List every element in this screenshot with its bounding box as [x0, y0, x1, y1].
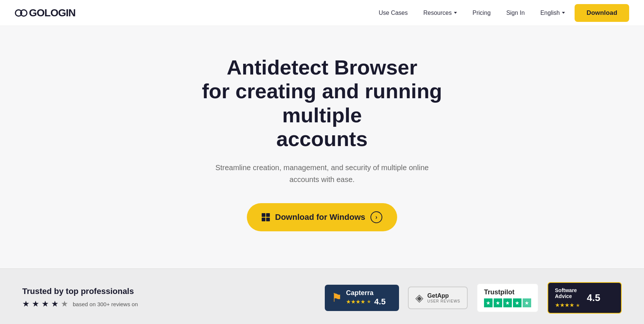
- nav-use-cases[interactable]: Use Cases: [373, 7, 413, 19]
- logo-text: GOLOGIN: [29, 7, 75, 19]
- nav-pricing[interactable]: Pricing: [467, 7, 497, 19]
- sa-name: SoftwareAdvice: [555, 287, 580, 300]
- nav-sign-in[interactable]: Sign In: [500, 7, 531, 19]
- capterra-flag-icon: ⚑: [331, 291, 342, 305]
- capterra-badge[interactable]: ⚑ Capterra ★★★★ ★ 4.5: [325, 285, 399, 311]
- getapp-icon: ◈: [415, 292, 424, 304]
- review-text: based on 300+ reviews on: [73, 301, 138, 307]
- logo-circle-right: [20, 9, 27, 17]
- nav-links: Use Cases Resources Pricing Sign In Engl…: [373, 4, 629, 22]
- trust-stars: ★ ★ ★ ★ ★ based on 300+ reviews on: [22, 299, 138, 309]
- nav-resources[interactable]: Resources: [417, 7, 462, 19]
- capterra-info: Capterra ★★★★ ★ 4.5: [346, 289, 386, 307]
- navbar: GOLOGIN Use Cases Resources Pricing Sign…: [0, 0, 644, 26]
- trust-text: Trusted by top professionals ★ ★ ★ ★ ★ b…: [22, 287, 138, 309]
- sa-logo-area: SoftwareAdvice ★★★★ ★: [555, 287, 580, 309]
- trust-heading: Trusted by top professionals: [22, 287, 138, 296]
- download-windows-label: Download for Windows: [275, 212, 365, 222]
- hero-heading-line1: Antidetect Browser: [227, 56, 417, 79]
- chevron-down-icon: [454, 12, 457, 14]
- sa-score: 4.5: [587, 292, 600, 304]
- getapp-badge[interactable]: ◈ GetApp User Reviews: [408, 287, 468, 309]
- trustpilot-badge[interactable]: Trustpilot ★ ★ ★ ★ ★: [477, 283, 539, 313]
- hero-heading-line2: for creating and running multiple: [202, 79, 442, 126]
- star-5-half: ★: [61, 299, 68, 309]
- trustpilot-stars: ★ ★ ★ ★ ★: [484, 298, 531, 307]
- star-1: ★: [22, 299, 30, 309]
- hero-heading-line3: accounts: [277, 127, 368, 151]
- star-2: ★: [32, 299, 39, 309]
- getapp-name: GetApp: [427, 292, 460, 299]
- chevron-down-icon: [562, 12, 565, 14]
- logo[interactable]: GOLOGIN: [15, 7, 75, 19]
- sa-rating: ★★★★ ★: [555, 302, 580, 308]
- capterra-rating: ★★★★ ★ 4.5: [346, 297, 386, 307]
- star-3: ★: [42, 299, 49, 309]
- download-windows-button[interactable]: Download for Windows ›: [247, 203, 397, 231]
- hero-heading: Antidetect Browser for creating and runn…: [174, 56, 471, 151]
- capterra-name: Capterra: [346, 289, 386, 297]
- trustpilot-name: Trustpilot: [484, 288, 514, 296]
- hero-section: Antidetect Browser for creating and runn…: [0, 26, 644, 268]
- star-4: ★: [51, 299, 59, 309]
- badges-row: ⚑ Capterra ★★★★ ★ 4.5 ◈ GetApp User Revi…: [325, 282, 622, 314]
- software-advice-badge[interactable]: SoftwareAdvice ★★★★ ★ 4.5: [547, 282, 622, 314]
- arrow-icon: ›: [370, 211, 382, 223]
- nav-language[interactable]: English: [535, 7, 571, 19]
- hero-subtext: Streamline creation, management, and sec…: [211, 162, 434, 185]
- trust-bar: Trusted by top professionals ★ ★ ★ ★ ★ b…: [0, 268, 644, 324]
- getapp-subtitle: User Reviews: [427, 299, 460, 303]
- capterra-score: 4.5: [374, 297, 386, 307]
- windows-icon: [262, 213, 270, 221]
- getapp-info: GetApp User Reviews: [427, 292, 460, 303]
- nav-download-button[interactable]: Download: [575, 4, 629, 22]
